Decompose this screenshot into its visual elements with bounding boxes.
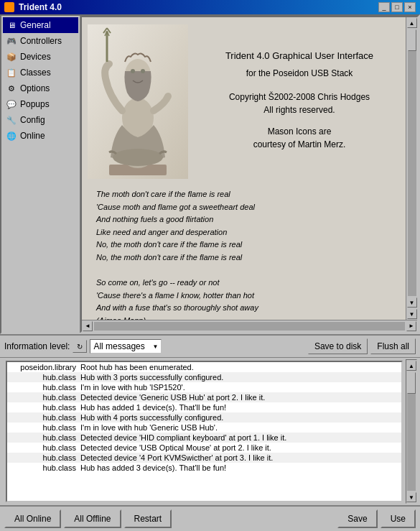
poem-line-3: And nothing fuels a good flirtation <box>96 213 391 226</box>
log-source: hub.class <box>9 373 80 382</box>
sidebar-item-controllers[interactable]: 🎮 Controllers <box>3 33 78 49</box>
scroll-left-button[interactable]: ◄ <box>83 321 93 331</box>
mason-info: Mason Icons are courtesy of Martin Merz. <box>200 125 398 151</box>
log-row: hub.class I'm in love with hub 'Generic … <box>7 423 401 433</box>
log-scroll-up[interactable]: ▲ <box>406 361 416 371</box>
save-button[interactable]: Save <box>337 509 377 528</box>
sidebar-item-label: Devices <box>20 52 51 62</box>
scroll-down-button-top[interactable]: ▼ <box>407 297 417 308</box>
maximize-button[interactable]: □ <box>391 2 403 12</box>
sidebar-item-label: General <box>20 20 51 30</box>
poem-line-7 <box>96 264 391 277</box>
sidebar-item-config[interactable]: 🔧 Config <box>3 112 78 128</box>
log-row: hub.class I'm in love with hub 'ISP1520'… <box>7 382 401 392</box>
poem-line-10: And with a fuse that's so thoroughly sho… <box>96 302 391 315</box>
online-icon: 🌐 <box>6 130 17 142</box>
app-icon <box>4 2 14 12</box>
log-row: hub.class Detected device 'USB Optical M… <box>7 443 401 453</box>
popups-icon: 💬 <box>6 98 17 110</box>
title-bar-buttons[interactable]: _ □ × <box>378 2 416 12</box>
log-message: Detected device '4 Port KVMSwicther' at … <box>80 453 400 462</box>
horizontal-scrollbar[interactable]: ◄ ► <box>82 320 417 331</box>
restart-button[interactable]: Restart <box>124 509 172 528</box>
sidebar-item-general[interactable]: 🖥 General <box>3 17 78 33</box>
log-scroll-area: poseidon.library Root hub has been enume… <box>3 359 417 504</box>
poem-area: The moth don't care if the flame is real… <box>82 183 406 320</box>
info-level-label: Information level: <box>4 341 70 351</box>
log-content: poseidon.library Root hub has been enume… <box>7 362 401 501</box>
poem-line-5: No, the moth don't care if the flame is … <box>96 239 391 251</box>
log-source: poseidon.library <box>9 363 80 371</box>
classes-icon: 📋 <box>6 67 17 78</box>
all-online-button[interactable]: All Online <box>4 509 61 528</box>
log-source: hub.class <box>9 403 80 412</box>
log-scroll-track[interactable] <box>407 372 416 491</box>
statue-image <box>88 24 188 179</box>
svg-point-5 <box>131 69 135 73</box>
log-source: hub.class <box>9 413 80 422</box>
copyright-text: Copyright Š2002-2008 Chris Hodges All ri… <box>200 91 398 116</box>
log-source: hub.class <box>9 393 80 402</box>
top-area: 🖥 General 🎮 Controllers 📦 Devices 📋 Clas… <box>0 14 420 334</box>
svg-point-6 <box>141 69 145 73</box>
log-row: hub.class Detected device 'HID compliant… <box>7 433 401 443</box>
config-icon: 🔧 <box>6 114 17 126</box>
sidebar-item-classes[interactable]: 📋 Classes <box>3 65 78 80</box>
sidebar-item-online[interactable]: 🌐 Online <box>3 128 78 144</box>
flush-all-button[interactable]: Flush all <box>370 338 416 354</box>
scroll-up-button[interactable]: ▲ <box>407 18 417 28</box>
close-button[interactable]: × <box>404 2 416 12</box>
content-area: Trident 4.0 Graphical User Interface for… <box>80 16 419 333</box>
log-row: hub.class Hub with 4 ports successfully … <box>7 412 401 423</box>
svg-point-12 <box>113 149 163 166</box>
save-to-disk-button[interactable]: Save to disk <box>308 338 368 354</box>
title-bar: Trident 4.0 _ □ × <box>0 0 420 14</box>
log-source: hub.class <box>9 443 80 452</box>
minimize-button[interactable]: _ <box>378 2 390 12</box>
scroll-down-button-bottom[interactable]: ▼ <box>407 309 417 319</box>
log-area: poseidon.library Root hub has been enume… <box>6 361 403 502</box>
log-message: Hub has added 3 device(s). That'll be fu… <box>80 463 400 472</box>
sidebar-item-label: Online <box>20 131 45 141</box>
log-row: hub.class Hub has added 3 device(s). Tha… <box>7 463 401 473</box>
log-scroll-down[interactable]: ▼ <box>406 492 416 502</box>
content-main: Trident 4.0 Graphical User Interface for… <box>82 17 406 320</box>
log-message: Detected device 'Generic USB Hub' at por… <box>80 393 400 402</box>
all-offline-button[interactable]: All Offline <box>64 509 121 528</box>
log-source: hub.class <box>9 463 80 472</box>
sidebar-item-devices[interactable]: 📦 Devices <box>3 49 78 65</box>
log-source: hub.class <box>9 433 80 442</box>
log-message: Detected device 'USB Optical Mouse' at p… <box>80 443 400 452</box>
vertical-scrollbar[interactable]: ▲ ▼ ▼ <box>406 17 417 320</box>
log-row: hub.class Hub with 3 ports successfully … <box>7 372 401 382</box>
mason-credit: courtesy of Martin Merz. <box>200 138 398 151</box>
window-title: Trident 4.0 <box>19 2 62 12</box>
general-icon: 🖥 <box>6 19 17 31</box>
scroll-track[interactable] <box>408 29 416 296</box>
log-row: poseidon.library Root hub has been enume… <box>7 362 401 372</box>
sidebar-item-popups[interactable]: 💬 Popups <box>3 96 78 112</box>
log-row: hub.class Detected device 'Generic USB H… <box>7 392 401 402</box>
scroll-track-h[interactable] <box>94 322 405 331</box>
log-source: hub.class <box>9 423 80 432</box>
info-panel: Information level: ↻ All messages ▼ Save… <box>0 334 420 531</box>
mason-line: Mason Icons are <box>200 125 398 138</box>
info-level-dropdown[interactable]: All messages ▼ <box>90 339 162 354</box>
scroll-thumb[interactable] <box>408 29 416 51</box>
scroll-right-button[interactable]: ► <box>406 321 416 331</box>
app-info: Trident 4.0 Graphical User Interface for… <box>193 17 406 183</box>
devices-icon: 📦 <box>6 51 17 63</box>
log-row: hub.class Detected device '4 Port KVMSwi… <box>7 453 401 463</box>
log-message: Hub with 3 ports successfully configured… <box>80 373 400 382</box>
refresh-button[interactable]: ↻ <box>73 340 87 353</box>
app-subtitle: for the Poseidon USB Stack <box>200 67 398 80</box>
log-scroll-thumb[interactable] <box>407 372 416 394</box>
sidebar-item-label: Classes <box>20 68 51 78</box>
dropdown-value: All messages <box>93 341 144 351</box>
info-level-bar: Information level: ↻ All messages ▼ Save… <box>0 334 420 358</box>
sidebar-item-options[interactable]: ⚙ Options <box>3 80 78 96</box>
log-vertical-scrollbar[interactable]: ▲ ▼ <box>406 359 417 504</box>
use-button[interactable]: Use <box>381 509 416 528</box>
log-row: hub.class Hub has added 1 device(s). Tha… <box>7 402 401 412</box>
poem-line-6: No, the moth don't care if the flame is … <box>96 251 391 264</box>
